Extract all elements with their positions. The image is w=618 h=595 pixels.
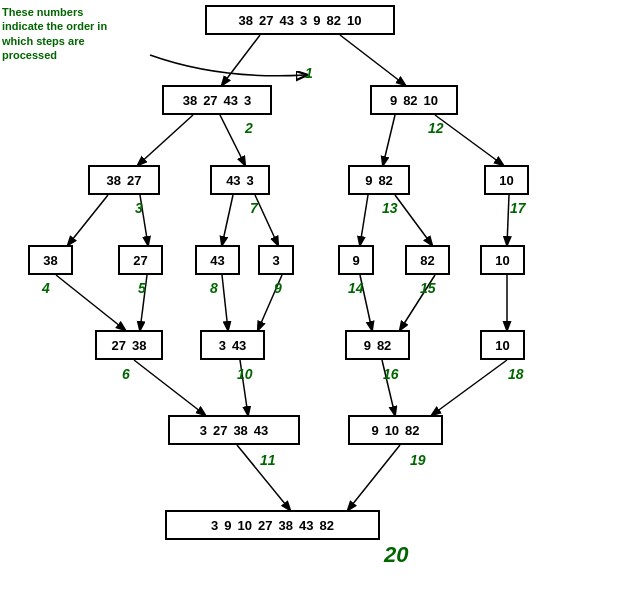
node-l3-6: 82 [405,245,450,275]
step-5: 5 [138,280,146,296]
node-l4-1: 2738 [95,330,163,360]
node-final: 391027384382 [165,510,380,540]
svg-line-25 [348,445,400,510]
svg-line-6 [68,195,108,245]
node-l2-4: 10 [484,165,529,195]
step-9: 9 [274,280,282,296]
step-14: 14 [348,280,364,296]
step-17: 17 [510,200,526,216]
svg-line-3 [220,115,245,165]
step-13: 13 [382,200,398,216]
node-l3-2: 27 [118,245,163,275]
svg-line-11 [395,195,432,245]
step-4: 4 [42,280,50,296]
annotation-text: These numbers indicate the order in whic… [2,5,112,62]
svg-line-15 [222,275,228,330]
node-l3-5: 9 [338,245,374,275]
svg-line-0 [222,35,260,85]
node-l2-3: 982 [348,165,410,195]
node-l1-right: 98210 [370,85,458,115]
node-l5-1: 3273843 [168,415,300,445]
step-8: 8 [210,280,218,296]
node-l4-2: 343 [200,330,265,360]
step-6: 6 [122,366,130,382]
step-1: 1 [305,65,313,81]
node-l3-1: 38 [28,245,73,275]
node-l3-7: 10 [480,245,525,275]
step-18: 18 [508,366,524,382]
svg-line-2 [138,115,193,165]
svg-line-13 [56,275,125,330]
arrows-svg [0,0,618,595]
svg-line-4 [383,115,395,165]
step-15: 15 [420,280,436,296]
step-10: 10 [237,366,253,382]
node-l2-2: 433 [210,165,270,195]
svg-line-5 [435,115,503,165]
svg-line-23 [432,360,507,415]
svg-line-9 [255,195,278,245]
svg-line-12 [507,195,509,245]
node-l1-left: 3827433 [162,85,272,115]
node-l3-3: 43 [195,245,240,275]
node-l4-3: 982 [345,330,410,360]
step-16: 16 [383,366,399,382]
node-l3-4: 3 [258,245,294,275]
node-l2-1: 3827 [88,165,160,195]
step-20: 20 [384,542,408,568]
step-3: 3 [135,200,143,216]
step-12: 12 [428,120,444,136]
step-2: 2 [245,120,253,136]
node-root: 382743398210 [205,5,395,35]
svg-line-1 [340,35,405,85]
node-l5-2: 91082 [348,415,443,445]
svg-line-10 [360,195,368,245]
step-7: 7 [250,200,258,216]
step-19: 19 [410,452,426,468]
step-11: 11 [260,452,276,468]
svg-line-8 [222,195,233,245]
svg-line-20 [134,360,205,415]
node-l4-4: 10 [480,330,525,360]
